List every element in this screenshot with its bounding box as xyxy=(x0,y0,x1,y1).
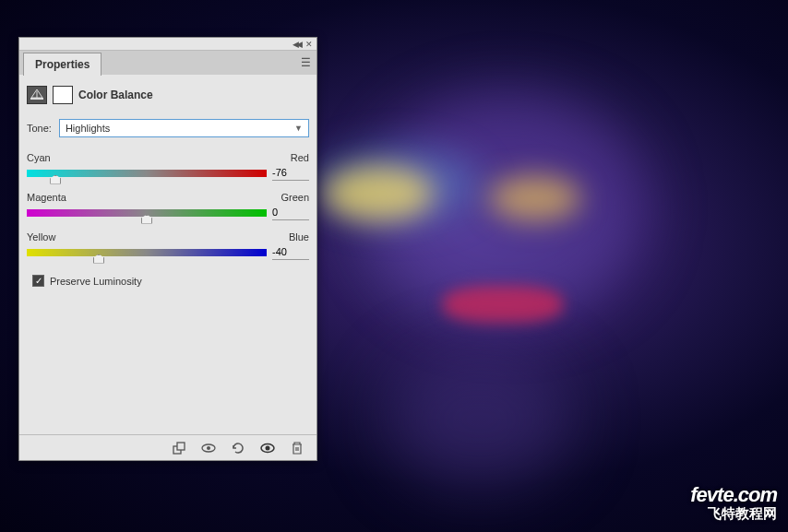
slider-value-input[interactable] xyxy=(272,205,309,220)
bg-glow xyxy=(388,350,572,489)
preserve-luminosity-row: ✓ Preserve Luminosity xyxy=(32,275,309,287)
slider-left-label: Cyan xyxy=(27,152,51,163)
panel-footer xyxy=(19,434,316,460)
slider-value-input[interactable] xyxy=(272,244,309,260)
tab-properties[interactable]: Properties xyxy=(23,53,101,76)
layer-mask-thumb[interactable] xyxy=(53,86,73,104)
slider-track[interactable] xyxy=(27,209,267,217)
panel-body: Color Balance Tone: Highlights ▼ Cyan Re… xyxy=(19,75,316,434)
clip-to-layer-icon[interactable] xyxy=(171,440,187,456)
watermark: fevte.com 飞特教程网 xyxy=(690,483,777,523)
collapse-icon[interactable]: ◀◀ xyxy=(293,40,300,49)
reset-icon[interactable] xyxy=(230,440,246,456)
adjustment-title: Color Balance xyxy=(78,89,153,101)
slider-thumb[interactable] xyxy=(50,175,61,184)
slider-right-label: Red xyxy=(291,152,309,163)
slider-track[interactable] xyxy=(27,249,267,256)
tone-row: Tone: Highlights ▼ xyxy=(27,119,309,137)
tone-dropdown[interactable]: Highlights ▼ xyxy=(59,119,309,137)
properties-panel: ◀◀ ✕ Properties ☰ Color Balance Tone: Hi… xyxy=(18,37,317,461)
svg-point-6 xyxy=(266,445,270,450)
watermark-text: 飞特教程网 xyxy=(690,505,777,523)
tone-value: Highlights xyxy=(66,123,110,134)
chevron-down-icon: ▼ xyxy=(294,124,303,133)
color-balance-icon[interactable] xyxy=(27,86,47,104)
preserve-luminosity-checkbox[interactable]: ✓ xyxy=(32,275,44,287)
tone-label: Tone: xyxy=(27,123,52,134)
panel-top-controls: ◀◀ ✕ xyxy=(19,38,316,51)
slider-track[interactable] xyxy=(27,170,267,177)
bg-lips xyxy=(443,286,563,323)
slider-left-label: Yellow xyxy=(27,231,55,242)
slider-magenta-green: Magenta Green xyxy=(27,192,309,220)
slider-value-input[interactable] xyxy=(272,165,309,181)
svg-rect-2 xyxy=(177,443,185,450)
svg-rect-0 xyxy=(30,98,43,100)
tab-bar: Properties ☰ xyxy=(19,51,316,75)
view-previous-icon[interactable] xyxy=(200,440,217,456)
slider-left-label: Magenta xyxy=(27,192,66,203)
slider-cyan-red: Cyan Red xyxy=(27,152,309,181)
delete-icon[interactable] xyxy=(289,440,305,456)
slider-yellow-blue: Yellow Blue xyxy=(27,231,309,260)
bg-glow-eye xyxy=(489,175,581,221)
watermark-url: fevte.com xyxy=(690,483,777,507)
preserve-luminosity-label: Preserve Luminosity xyxy=(50,276,142,287)
panel-menu-icon[interactable]: ☰ xyxy=(301,56,311,69)
visibility-icon[interactable] xyxy=(259,440,276,456)
bg-glow-eye xyxy=(323,166,434,221)
slider-right-label: Green xyxy=(281,192,309,203)
svg-point-4 xyxy=(207,446,210,450)
slider-right-label: Blue xyxy=(289,231,309,242)
slider-thumb[interactable] xyxy=(141,215,152,224)
close-icon[interactable]: ✕ xyxy=(305,40,313,49)
slider-thumb[interactable] xyxy=(93,254,104,264)
adjustment-header: Color Balance xyxy=(27,84,309,106)
